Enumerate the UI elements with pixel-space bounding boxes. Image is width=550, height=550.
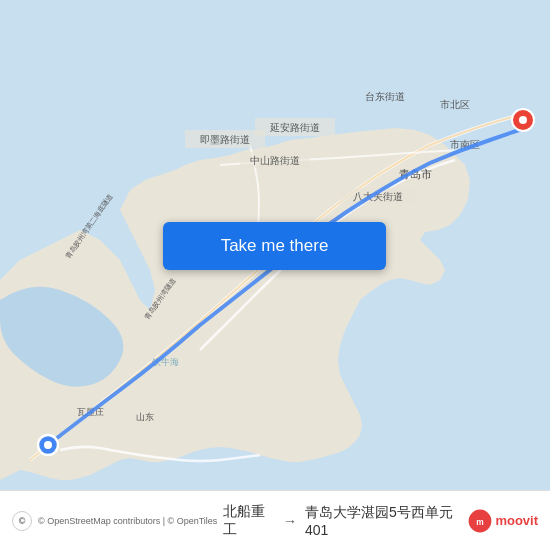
svg-text:m: m (477, 517, 484, 527)
route-info: 北船重工 → 青岛大学湛园5号西单元401 (223, 503, 462, 539)
destination-text: 青岛大学湛园5号西单元401 (305, 504, 462, 538)
attribution-text: © OpenStreetMap contributors | © OpenTil… (38, 516, 217, 526)
svg-point-23 (519, 116, 527, 124)
origin-text: 北船重工 (223, 503, 275, 539)
moovit-text: moovit (495, 513, 538, 528)
map-container: 即墨路街道 延安路街道 中山路街道 台东街道 市北区 市南区 青岛市 八大关街道… (0, 0, 550, 490)
svg-text:山东: 山东 (136, 412, 154, 422)
svg-text:中山路街道: 中山路街道 (250, 155, 300, 166)
moovit-brand-icon: m (468, 509, 492, 533)
osm-logo: © (12, 511, 32, 531)
arrow-icon: → (283, 513, 297, 529)
moovit-logo: m moovit (468, 509, 538, 533)
svg-text:即墨路街道: 即墨路街道 (200, 134, 250, 145)
take-me-there-button[interactable]: Take me there (163, 222, 386, 270)
svg-point-20 (44, 441, 52, 449)
svg-text:延安路街道: 延安路街道 (269, 122, 320, 133)
bottom-bar: © © OpenStreetMap contributors | © OpenT… (0, 490, 550, 550)
svg-text:台东街道: 台东街道 (365, 91, 405, 102)
svg-text:市北区: 市北区 (440, 99, 470, 110)
